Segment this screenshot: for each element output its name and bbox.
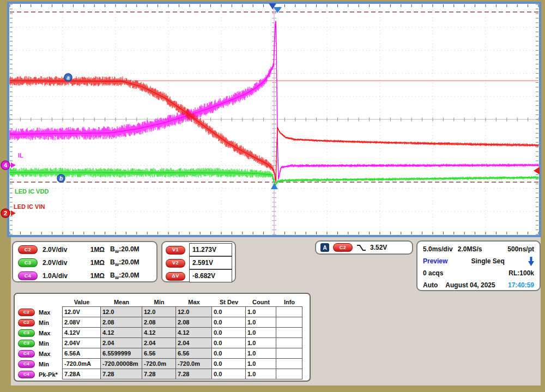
horizontal-acquisition-box[interactable]: 5.0ms/div 2.0MS/s 500ns/pt Preview Singl… (416, 240, 541, 291)
meas-max: 12.0 (175, 306, 212, 317)
meas-info (276, 358, 302, 369)
cursor-row-v2[interactable]: V22.591V (162, 257, 232, 269)
cursor-row-v1[interactable]: V111.273V (162, 244, 232, 256)
channel-bandwidth: BW:20.0M (110, 272, 152, 280)
meas-info (276, 327, 302, 338)
measurement-label[interactable]: C4Min (18, 359, 63, 369)
meas-stdev: 0.0 (211, 306, 246, 317)
meas-value: 7.28A (62, 369, 101, 379)
time-display: 17:40:59 (508, 281, 534, 289)
meas-info (276, 306, 302, 317)
meas-info (276, 337, 302, 348)
channel-row-c2[interactable]: C22.0V/div1MΩBW:20.0M (13, 243, 156, 256)
channel-bandwidth: BW:20.0M (110, 258, 152, 267)
meas-info (276, 317, 302, 328)
meas-stdev: 0.0 (211, 358, 246, 369)
meas-mean: 4.12 (100, 327, 142, 338)
meas-max: 2.08 (175, 317, 212, 328)
channel-badge[interactable]: C2 (18, 245, 38, 254)
meas-value: 2.08V (62, 317, 101, 328)
channel-settings-box[interactable]: C22.0V/div1MΩBW:20.0MC32.0V/div1MΩBW:20.… (12, 241, 158, 282)
channel-impedance: 1MΩ (90, 272, 105, 280)
channel-row-c3[interactable]: C32.0V/div1MΩBW:20.0M (13, 256, 156, 269)
meas-count: 1.0 (245, 327, 276, 338)
trace-label-il: IL (18, 152, 23, 159)
cursor-row-δv[interactable]: ΔV-8.682V (162, 270, 232, 282)
meas-value: 4.12V (62, 327, 101, 338)
channel-impedance: 1MΩ (90, 246, 105, 254)
cursor-badge: ΔV (166, 272, 185, 281)
trigger-settings-box[interactable]: A C2 3.52V (315, 240, 413, 255)
cursor-value: 11.273V (189, 243, 232, 256)
meas-value: 2.04V (62, 337, 101, 348)
meas-mean: 7.28 (100, 369, 142, 379)
measurement-label[interactable]: C2Max (18, 307, 63, 317)
acquisition-count: 0 acqs (423, 269, 443, 277)
channel-scale: 2.0V/div (43, 246, 67, 254)
timebase-scale: 5.0ms/div (423, 245, 453, 253)
meas-count: 1.0 (245, 348, 276, 359)
meas-mean: 6.5599999 (100, 348, 142, 359)
meas-value: 12.0V (62, 306, 101, 317)
cursor-badge: V1 (166, 246, 185, 255)
arrow-down-icon (528, 257, 534, 266)
trace-label-vin: LED IC VIN (14, 203, 45, 210)
meas-min: 7.28 (142, 369, 176, 379)
trigger-source-badge: C2 (333, 243, 353, 252)
measurement-label[interactable]: C3Min (18, 338, 63, 348)
date-display: August 04, 2025 (445, 281, 495, 289)
sample-resolution: 500ns/pt (507, 245, 534, 253)
measurement-label[interactable]: C2Min (18, 317, 63, 328)
table-header: Count (246, 297, 276, 307)
annotation-marker-b[interactable]: b (57, 174, 65, 182)
meas-mean: -720.00008m (100, 358, 142, 369)
meas-min: 2.08 (142, 317, 176, 328)
meas-stdev: 0.0 (211, 348, 246, 359)
table-header: Min (142, 297, 176, 307)
sample-rate: 2.0MS/s (458, 245, 482, 253)
svg-text:a: a (66, 75, 70, 81)
falling-edge-icon (356, 244, 366, 251)
annotation-marker-a[interactable]: a (64, 74, 72, 81)
acquisition-mode: Preview (423, 257, 447, 265)
channel-impedance: 1MΩ (90, 259, 105, 267)
meas-info (276, 348, 302, 359)
meas-stdev: 0.0 (211, 327, 246, 338)
table-header: Value (63, 297, 101, 307)
channel-badge[interactable]: C3 (18, 258, 38, 267)
meas-min: -720.0m (142, 358, 176, 369)
channel-bandwidth: BW:20.0M (110, 245, 152, 254)
svg-text:b: b (59, 176, 63, 182)
table-header: Info (276, 297, 302, 307)
cursor-readout-box[interactable]: V111.273VV22.591VΔV-8.682V (161, 241, 236, 282)
record-length: RL:100k (508, 269, 534, 277)
meas-value: 6.56A (62, 348, 101, 359)
meas-value: -720.0mA (62, 358, 101, 369)
waveform-display[interactable]: IL LED IC VDD LED IC VIN 4 2 a b (0, 0, 545, 240)
meas-count: 1.0 (245, 306, 276, 317)
cursor-value: 2.591V (189, 256, 232, 269)
measurement-results-table[interactable]: ValueMeanMinMaxSt DevCountInfoC2Max12.0V… (14, 293, 311, 382)
channel-scale: 2.0V/div (43, 259, 67, 267)
table-header: St Dev (212, 297, 246, 307)
svg-text:2: 2 (4, 210, 7, 216)
meas-stdev: 0.0 (211, 337, 246, 348)
measurement-label[interactable]: C3Max (18, 328, 63, 338)
cursor-value: -8.682V (189, 269, 232, 282)
meas-max: 4.12 (175, 327, 212, 338)
table-corner (18, 297, 63, 307)
meas-info (276, 369, 302, 379)
channel-badge[interactable]: C4 (18, 272, 38, 280)
meas-min: 4.12 (142, 327, 176, 338)
channel-row-c4[interactable]: C41.0A/div1MΩBW:20.0M (13, 269, 156, 282)
meas-min: 6.56 (142, 348, 176, 359)
trigger-mode: Auto (423, 281, 438, 289)
sequence-mode: Single Seq (471, 257, 505, 265)
meas-max: 7.28 (175, 369, 212, 379)
measurement-label[interactable]: C4Pk-Pk* (18, 369, 63, 379)
meas-min: 12.0 (142, 306, 176, 317)
measurement-label[interactable]: C4Max (18, 348, 63, 359)
meas-max: -720.0m (175, 358, 212, 369)
meas-max: 6.56 (175, 348, 212, 359)
meas-count: 1.0 (245, 369, 276, 379)
